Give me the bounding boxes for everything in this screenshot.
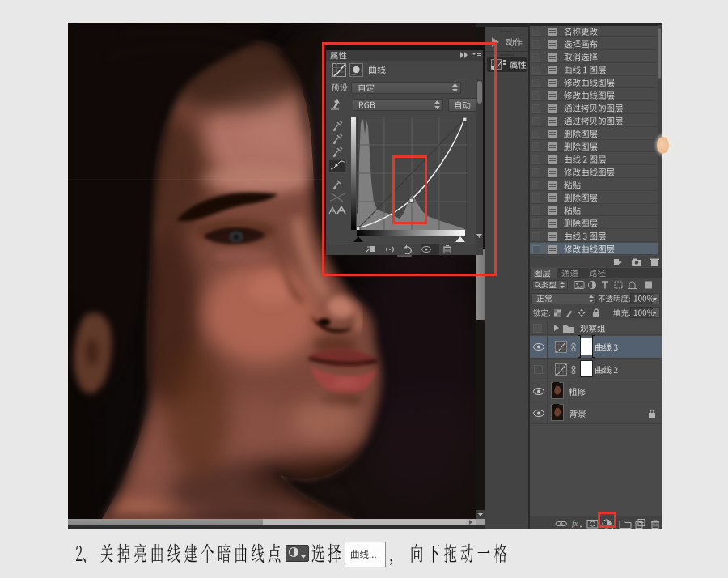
svg-text:fx: fx <box>572 519 578 528</box>
